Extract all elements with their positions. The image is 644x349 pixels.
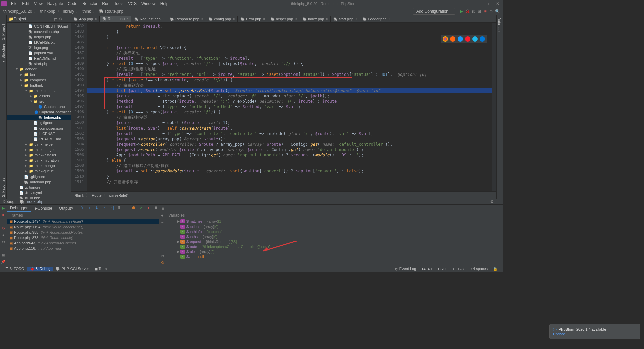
- status-indent[interactable]: ⇥ 4 spaces: [466, 267, 490, 271]
- safari-icon[interactable]: [458, 36, 463, 42]
- profile-icon[interactable]: ⊞: [476, 9, 482, 14]
- prev-frame-icon[interactable]: ↑: [151, 213, 153, 218]
- breadcrumb-item[interactable]: think: [82, 9, 91, 14]
- menu-code[interactable]: Code: [65, 1, 80, 6]
- step-over-icon[interactable]: ⤵: [79, 206, 85, 211]
- chrome-icon[interactable]: [443, 36, 448, 42]
- editor-tab[interactable]: 🐘config.php×: [206, 16, 238, 22]
- variable-item[interactable]: ≡$route="\think\captcha\CaptchaControlle…: [166, 244, 503, 249]
- code-content[interactable]: return $result; } } if ($route instanceo…: [87, 23, 492, 191]
- tree-item[interactable]: ▶📁composer: [7, 77, 71, 83]
- status-phpcgi[interactable]: 🐘 PHP-CGI Server: [53, 267, 91, 271]
- debugger-tab[interactable]: Debugger: [7, 205, 31, 212]
- tree-item[interactable]: 📄.gitignore: [7, 120, 71, 126]
- console-tab[interactable]: ▶ Console: [31, 205, 56, 212]
- layout-icon[interactable]: ⊞: [161, 206, 165, 211]
- editor-tab[interactable]: 🐘App.php×: [71, 16, 100, 22]
- edge-icon[interactable]: [480, 36, 485, 42]
- tree-item[interactable]: 📄composer.json: [7, 126, 71, 131]
- frames-list[interactable]: ▣Route.php:1494,think\Route::parseRule()…: [7, 219, 159, 265]
- frame-item[interactable]: ▣Route.php:878,think\Route::check(): [7, 235, 159, 240]
- tree-item[interactable]: 🐘helper.php: [7, 115, 71, 120]
- tree-item[interactable]: 🐘convention.php: [7, 29, 71, 34]
- menu-file[interactable]: File: [9, 1, 20, 6]
- firefox-icon[interactable]: [450, 36, 455, 42]
- tree-item[interactable]: 🐘build.php: [7, 195, 71, 199]
- search-icon[interactable]: 🔍: [494, 9, 500, 14]
- gear-icon[interactable]: ⚙: [58, 17, 63, 21]
- tree-item[interactable]: 📄README.md: [7, 56, 71, 61]
- project-tree[interactable]: 📄CONTRIBUTING.md🐘convention.php🐘helper.p…: [7, 23, 71, 199]
- tree-item[interactable]: ▶📁think-helper: [7, 142, 71, 147]
- select-opened-icon[interactable]: ⊙: [47, 17, 53, 21]
- menu-tools[interactable]: Tools: [112, 1, 126, 6]
- tree-item[interactable]: ▶📁assets: [7, 93, 71, 99]
- toggle-icon[interactable]: ⬢: [131, 206, 137, 211]
- code-area[interactable]: 1482148314841485148614871488148914901491…: [71, 23, 496, 191]
- editor-tab[interactable]: 🐘Response.php×: [167, 16, 206, 22]
- ie-icon[interactable]: [472, 36, 478, 42]
- variable-item[interactable]: ≡$pathinfo="captcha": [166, 229, 503, 234]
- status-lineending[interactable]: CRLF: [435, 267, 450, 271]
- tree-item[interactable]: ▼📁think-captcha: [7, 88, 71, 93]
- status-eventlog[interactable]: ◷ Event Log: [392, 267, 419, 271]
- menu-run[interactable]: Run: [100, 1, 112, 6]
- frame-item[interactable]: ▣Route.php:955,think\Route::checkRoute(): [7, 230, 159, 235]
- maximize-button[interactable]: □: [486, 1, 494, 6]
- tree-item[interactable]: 📄CONTRIBUTING.md: [7, 23, 71, 29]
- editor-tab[interactable]: 🐘Loader.php×: [360, 16, 393, 22]
- menu-view[interactable]: View: [32, 1, 45, 6]
- debug-icon[interactable]: 🐞: [464, 9, 470, 14]
- project-tool-tab[interactable]: 1: Project: [1, 22, 5, 42]
- breakpoint-icon[interactable]: ●: [146, 206, 151, 211]
- next-frame-icon[interactable]: ↓: [154, 213, 156, 218]
- tree-item[interactable]: 📄LICENSE: [7, 131, 71, 136]
- status-todo[interactable]: ☰ 6: TODO: [3, 267, 27, 271]
- variable-item[interactable]: ≡$val=null: [166, 254, 503, 259]
- pause-icon[interactable]: ⏸: [153, 206, 159, 211]
- tree-item[interactable]: ▶📁think-queue: [7, 168, 71, 174]
- status-lock-icon[interactable]: 🔒: [490, 267, 500, 271]
- gear-icon[interactable]: ⚙: [490, 199, 494, 204]
- status-encoding[interactable]: UTF-8: [450, 267, 466, 271]
- database-tool-tab[interactable]: Database: [497, 15, 502, 35]
- menu-refactor[interactable]: Refactor: [80, 1, 100, 6]
- view-breakpoints-icon[interactable]: ●: [1, 233, 6, 238]
- variables-list[interactable]: ▶≡$matches={array} [1]≡$option={array} […: [166, 219, 503, 265]
- tree-item[interactable]: 📄LICENSE.txt: [7, 40, 71, 45]
- debug-file[interactable]: 🐘 index.php: [20, 199, 43, 204]
- menu-window[interactable]: Window: [139, 1, 158, 6]
- editor-tab[interactable]: 🐘helper.php×: [268, 16, 300, 22]
- settings-icon[interactable]: ⊞: [1, 253, 6, 258]
- favorites-tool-tab[interactable]: 2: Favorites: [1, 176, 5, 199]
- frame-item[interactable]: ▣App.php:116,think\App::run(): [7, 246, 159, 251]
- tree-item[interactable]: 📄.travis.yml: [7, 190, 71, 195]
- tree-item[interactable]: ▶📁think-image: [7, 147, 71, 152]
- opera-icon[interactable]: [465, 36, 470, 42]
- copy-icon[interactable]: ⧉: [161, 254, 164, 258]
- variable-item[interactable]: ▶≡$request={think\Request} [35]: [166, 239, 503, 244]
- variable-item[interactable]: ≡$option={array} [0]: [166, 224, 503, 229]
- breadcrumb-item[interactable]: library: [63, 9, 75, 14]
- tree-item[interactable]: 🔵Captcha.php: [7, 104, 71, 109]
- frame-item[interactable]: ▣App.php:643,think\App::routeCheck(): [7, 240, 159, 246]
- tree-item[interactable]: 🔵CaptchaController.ph: [7, 109, 71, 115]
- mute-icon[interactable]: ⊚: [139, 206, 144, 211]
- remove-watch-icon[interactable]: −: [161, 220, 163, 225]
- tree-item[interactable]: ▶📁bin: [7, 72, 71, 77]
- run-icon[interactable]: ▶: [458, 9, 464, 14]
- rerun-icon[interactable]: ↻: [1, 226, 6, 232]
- menu-help[interactable]: Help: [158, 1, 171, 6]
- breadcrumb-root[interactable]: thinkphp_5.0.20: [3, 9, 33, 14]
- stop-icon[interactable]: ■: [1, 213, 6, 218]
- tree-item[interactable]: 🖼logo.png: [7, 45, 71, 50]
- tree-item[interactable]: ▶📁think-migration: [7, 158, 71, 163]
- evaluate-icon[interactable]: 🖩: [116, 206, 122, 211]
- tree-item[interactable]: 📄.gitignore: [7, 185, 71, 190]
- update-icon[interactable]: ⟳: [488, 9, 494, 14]
- resume-icon[interactable]: ▶: [1, 206, 6, 211]
- editor-tab[interactable]: 🐘Error.php×: [238, 16, 268, 22]
- structure-tool-tab[interactable]: 7: Structure: [1, 42, 5, 65]
- tree-item[interactable]: 📄phpunit.xml: [7, 50, 71, 56]
- minimize-button[interactable]: —: [478, 1, 486, 6]
